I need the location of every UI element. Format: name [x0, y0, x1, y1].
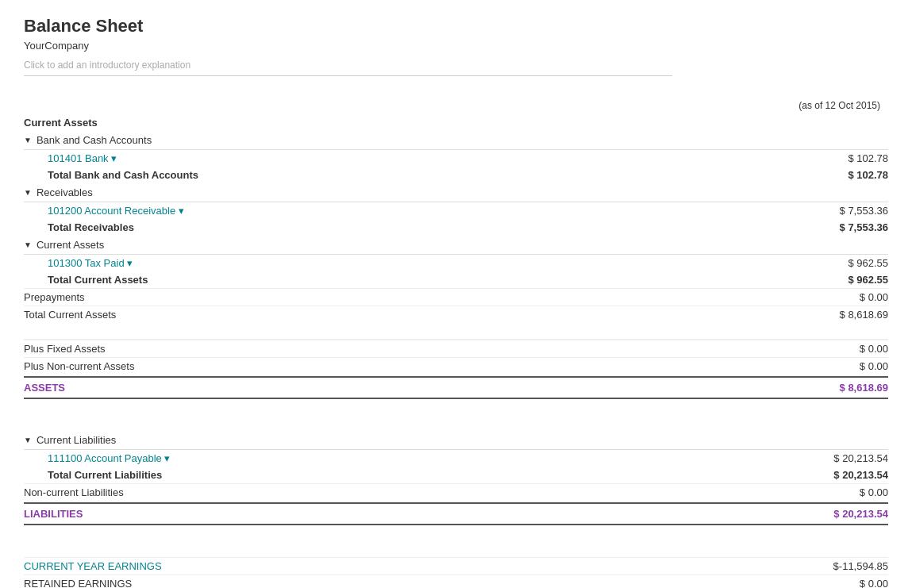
current-assets-total-row: Total Current Assets $ 962.55 — [24, 271, 888, 288]
prepayments-value: $ 0.00 — [793, 291, 888, 303]
liabilities-total-label: LIABILITIES — [24, 508, 83, 520]
current-assets-group-label: Current Assets — [37, 239, 104, 251]
liabilities-total-value: $ 20,213.54 — [833, 508, 888, 520]
bank-total-row: Total Bank and Cash Accounts $ 102.78 — [24, 167, 888, 183]
bank-group-header[interactable]: ▼ Bank and Cash Accounts — [24, 131, 888, 150]
current-assets-label: Current Assets — [24, 114, 888, 131]
liabilities-group-total-row: Total Current Liabilities $ 20,213.54 — [24, 467, 888, 483]
bank-toggle-icon: ▼ — [24, 136, 32, 144]
current-assets-toggle-icon: ▼ — [24, 240, 32, 249]
tax-paid-account-link[interactable]: 101300 Tax Paid ▾ — [48, 257, 133, 269]
payable-account-link[interactable]: 111100 Account Payable ▾ — [48, 452, 170, 464]
date-header: (as of 12 Oct 2015) — [24, 100, 888, 111]
bank-account-link[interactable]: 101401 Bank ▾ — [48, 152, 117, 164]
liabilities-toggle-icon: ▼ — [24, 436, 32, 444]
retained-earnings-label: RETAINED EARNINGS — [24, 578, 132, 588]
noncurrent-liabilities-label: Non-current Liabilities — [24, 486, 124, 498]
plus-fixed-row: Plus Fixed Assets $ 0.00 — [24, 340, 888, 357]
receivable-account-link[interactable]: 101200 Account Receivable ▾ — [48, 205, 184, 217]
receivables-group-label: Receivables — [37, 186, 93, 198]
liabilities-group-total-label: Total Current Liabilities — [48, 469, 162, 481]
receivables-total-value: $ 7,553.36 — [793, 221, 888, 233]
current-assets-total-value: $ 962.55 — [793, 274, 888, 286]
total-current-assets-label: Total Current Assets — [24, 309, 116, 321]
bank-account-value: $ 102.78 — [793, 152, 888, 164]
total-current-assets-value: $ 8,618.69 — [793, 309, 888, 321]
plus-noncurrent-value: $ 0.00 — [793, 360, 888, 372]
payable-account-value: $ 20,213.54 — [793, 452, 888, 464]
prepayments-row: Prepayments $ 0.00 — [24, 288, 888, 306]
liabilities-group-header[interactable]: ▼ Current Liabilities — [24, 431, 888, 450]
prepayments-label: Prepayments — [24, 291, 85, 303]
intro-placeholder[interactable]: Click to add an introductory explanation — [24, 60, 672, 76]
receivables-total-row: Total Receivables $ 7,553.36 — [24, 219, 888, 236]
retained-earnings-value: $ 0.00 — [793, 578, 888, 588]
receivables-total-label: Total Receivables — [48, 221, 134, 233]
bank-total-value: $ 102.78 — [793, 169, 888, 181]
retained-earnings-row: RETAINED EARNINGS $ 0.00 — [24, 575, 888, 588]
assets-total-value: $ 8,618.69 — [840, 382, 888, 394]
company-name: YourCompany — [24, 40, 888, 52]
receivable-account-row: 101200 Account Receivable ▾ $ 7,553.36 — [24, 202, 888, 219]
tax-paid-account-value: $ 962.55 — [793, 257, 888, 269]
current-year-earnings-row: CURRENT YEAR EARNINGS $-11,594.85 — [24, 557, 888, 575]
payable-account-row: 111100 Account Payable ▾ $ 20,213.54 — [24, 450, 888, 467]
total-current-assets-row: Total Current Assets $ 8,618.69 — [24, 306, 888, 323]
liabilities-group-total-value: $ 20,213.54 — [793, 469, 888, 481]
plus-fixed-label: Plus Fixed Assets — [24, 343, 106, 355]
current-assets-group-header[interactable]: ▼ Current Assets — [24, 236, 888, 255]
receivables-toggle-icon: ▼ — [24, 188, 32, 197]
bank-account-row: 101401 Bank ▾ $ 102.78 — [24, 150, 888, 167]
noncurrent-liabilities-row: Non-current Liabilities $ 0.00 — [24, 483, 888, 501]
tax-paid-account-row: 101300 Tax Paid ▾ $ 962.55 — [24, 255, 888, 271]
plus-fixed-value: $ 0.00 — [793, 343, 888, 355]
assets-total-label: ASSETS — [24, 382, 65, 394]
liabilities-group-label: Current Liabilities — [37, 434, 116, 446]
liabilities-total-row: LIABILITIES $ 20,213.54 — [24, 502, 888, 525]
current-year-earnings-link[interactable]: CURRENT YEAR EARNINGS — [24, 560, 162, 572]
receivables-group-header[interactable]: ▼ Receivables — [24, 183, 888, 202]
plus-noncurrent-row: Plus Non-current Assets $ 0.00 — [24, 357, 888, 375]
plus-noncurrent-label: Plus Non-current Assets — [24, 360, 134, 372]
noncurrent-liabilities-value: $ 0.00 — [793, 486, 888, 498]
current-year-earnings-value: $-11,594.85 — [793, 560, 888, 572]
page-title: Balance Sheet — [24, 16, 888, 37]
receivable-account-value: $ 7,553.36 — [793, 205, 888, 217]
bank-group-label: Bank and Cash Accounts — [37, 134, 152, 146]
current-assets-total-label: Total Current Assets — [48, 274, 148, 286]
bank-total-label: Total Bank and Cash Accounts — [48, 169, 198, 181]
assets-total-row: ASSETS $ 8,618.69 — [24, 376, 888, 399]
